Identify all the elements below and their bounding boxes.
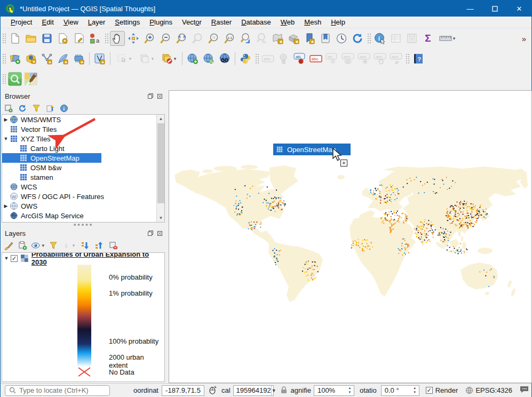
menu-help[interactable]: Help: [326, 17, 350, 27]
tree-item-carto-light[interactable]: Carto Light: [2, 144, 164, 153]
expand-all-button[interactable]: [81, 241, 90, 250]
messages-button[interactable]: [520, 386, 529, 395]
osm-place-search-button[interactable]: [7, 72, 22, 86]
tree-item-wcs[interactable]: WCS: [2, 182, 164, 192]
tree-item-openstreetmap[interactable]: OpenStreetMap: [2, 153, 101, 163]
identify-features-button[interactable]: i: [372, 31, 387, 46]
lock-scale-button[interactable]: [280, 386, 288, 395]
browser-collapse-all-button[interactable]: [45, 104, 55, 113]
crs-status-button[interactable]: EPSG:4326: [465, 386, 512, 394]
zoom-native-button[interactable]: 1:1: [222, 31, 237, 46]
osm-edit-button[interactable]: [23, 72, 38, 86]
layout-manager-button[interactable]: [72, 31, 86, 46]
render-checkbox[interactable]: ✓: [426, 387, 433, 394]
zoom-last-button[interactable]: [238, 31, 253, 46]
spin-arrows-icon[interactable]: ▲▼: [411, 386, 419, 395]
new-print-layout-button[interactable]: [55, 31, 70, 46]
browser-scrollbar[interactable]: ▲ ▼: [156, 115, 164, 222]
zoom-to-layer-button[interactable]: [206, 31, 221, 46]
toolbar-grip[interactable]: [2, 33, 6, 44]
remove-layer-button[interactable]: [108, 241, 118, 250]
new-project-button[interactable]: [7, 31, 22, 46]
rotation-spinbox[interactable]: 0.0 ° ▲▼: [381, 385, 419, 396]
filter-layers-button[interactable]: ▾: [158, 51, 179, 66]
scale-caret-icon[interactable]: ▼: [271, 386, 276, 395]
layer-row-urban-expansion[interactable]: ▼ ✓ Probabilities of Urban Expansion to …: [2, 253, 164, 264]
map-canvas[interactable]: OpenStreetMap +: [169, 90, 532, 383]
menu-database[interactable]: Database: [236, 17, 276, 27]
layers-close-button[interactable]: [156, 229, 163, 237]
layer-styling-button[interactable]: [4, 241, 13, 250]
zoom-in-button[interactable]: [142, 31, 157, 46]
menu-project[interactable]: Project: [6, 17, 37, 27]
browser-refresh-button[interactable]: [18, 104, 27, 113]
new-mesh-layer-button[interactable]: ★: [72, 51, 86, 66]
filter-by-expression-button[interactable]: ε▾: [62, 241, 76, 250]
move-label-button[interactable]: ab: [324, 51, 339, 66]
toolbar-grip[interactable]: [405, 53, 409, 65]
menu-web[interactable]: Web: [276, 17, 300, 27]
manage-map-themes-button[interactable]: ▾: [31, 241, 44, 250]
diagram-options-button[interactable]: [276, 51, 291, 66]
toolbar-grip[interactable]: [367, 33, 371, 44]
measure-button[interactable]: ▾: [436, 31, 458, 46]
deselect-features-button[interactable]: ▾: [136, 51, 157, 66]
tree-item-xyz-tiles[interactable]: ▼ XYZ Tiles: [2, 134, 164, 144]
tree-item-osm-bw[interactable]: OSM b&w: [2, 163, 164, 172]
menu-plugins[interactable]: Plugins: [145, 17, 177, 27]
menu-view[interactable]: View: [59, 17, 83, 27]
style-manager-button[interactable]: a: [88, 31, 102, 46]
tree-item-ows[interactable]: ▶ OWS: [2, 201, 164, 211]
pan-map-button[interactable]: [110, 31, 125, 46]
menu-mesh[interactable]: Mesh: [299, 17, 326, 27]
toolbar-grip[interactable]: [2, 53, 6, 65]
browser-filter-button[interactable]: [31, 104, 41, 113]
new-shapefile-layer-button[interactable]: ★: [39, 51, 54, 66]
pin-labels-button[interactable]: ab: [292, 51, 307, 66]
locator-box[interactable]: [5, 385, 110, 396]
zoom-full-button[interactable]: [174, 31, 189, 46]
attribute-table-button[interactable]: [388, 31, 403, 46]
close-button[interactable]: ✕: [507, 1, 531, 17]
menu-layer[interactable]: Layer: [83, 17, 110, 27]
collapse-all-button[interactable]: [94, 241, 104, 250]
menu-vector[interactable]: Vector: [177, 17, 207, 27]
browser-add-selected-button[interactable]: [4, 104, 13, 113]
filter-legend-button[interactable]: [49, 241, 58, 250]
select-features-button[interactable]: ▾: [113, 51, 134, 66]
layer-labeling-options-button[interactable]: abc: [260, 51, 275, 66]
layer-collapse-arrow-icon[interactable]: ▼: [2, 256, 11, 261]
statistics-button[interactable]: [404, 31, 419, 46]
layers-float-button[interactable]: [147, 229, 154, 237]
new-bookmark-button[interactable]: ★: [302, 31, 317, 46]
new-geopackage-layer-button[interactable]: ★: [23, 51, 38, 66]
coordinate-field[interactable]: -187.9,71.5: [162, 385, 204, 396]
browser-float-button[interactable]: [147, 92, 154, 100]
show-bookmarks-button[interactable]: [318, 31, 333, 46]
new-3d-map-view-button[interactable]: ★: [286, 31, 301, 46]
add-group-button[interactable]: [18, 241, 27, 250]
tree-item-arcgis-map-service[interactable]: ArcGIS Map Service: [2, 211, 164, 220]
change-label-button[interactable]: abc: [388, 51, 403, 66]
zoom-next-button[interactable]: [254, 31, 269, 46]
scroll-down-arrow[interactable]: ▼: [157, 214, 165, 222]
locator-input[interactable]: [19, 386, 105, 394]
expand-arrow-icon[interactable]: ▶: [2, 203, 10, 209]
new-virtual-layer-button[interactable]: ★: [92, 51, 107, 66]
temporal-controller-button[interactable]: [334, 31, 349, 46]
metasearch-services-button[interactable]: [217, 51, 232, 66]
layer-visibility-checkbox[interactable]: ✓: [11, 255, 18, 262]
browser-properties-button[interactable]: i: [59, 104, 69, 113]
metasearch-new-button[interactable]: [185, 51, 200, 66]
new-map-view-button[interactable]: ★: [270, 31, 285, 46]
move-label-diagram-button[interactable]: abc: [356, 51, 371, 66]
maximize-button[interactable]: [482, 1, 507, 17]
expand-arrow-icon[interactable]: ▶: [2, 117, 10, 122]
statistical-summary-button[interactable]: Σ: [420, 31, 435, 46]
toolbar-grip[interactable]: [2, 73, 6, 85]
show-hide-labels-button[interactable]: abc: [340, 51, 355, 66]
highlight-labels-button[interactable]: abc: [308, 51, 323, 66]
python-console-button[interactable]: [238, 51, 253, 66]
dock-splitter[interactable]: ●●●●●: [1, 223, 166, 227]
spin-arrows-icon[interactable]: ▲▼: [346, 386, 354, 395]
